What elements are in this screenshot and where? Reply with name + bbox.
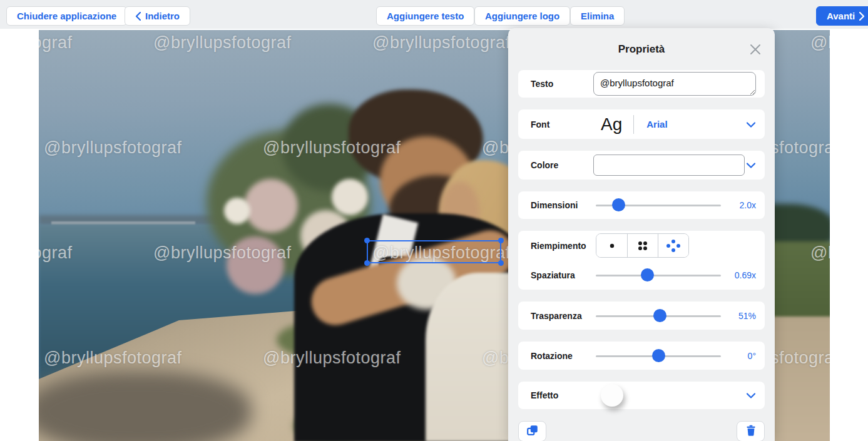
close-application-label: Chiudere applicazione — [17, 11, 116, 21]
back-button[interactable]: Indietro — [125, 6, 190, 26]
add-logo-label: Aggiungere logo — [485, 11, 559, 21]
add-text-button[interactable]: Aggiungere testo — [376, 6, 474, 26]
selection-handle[interactable] — [364, 260, 370, 266]
transparency-slider[interactable] — [596, 309, 721, 323]
selection-handle[interactable] — [364, 238, 370, 243]
watermark-text[interactable]: @bryllupsfotograf — [372, 32, 511, 53]
chevron-right-icon — [859, 12, 865, 21]
top-toolbar: Chiudere applicazione Indietro Aggiunger… — [0, 0, 868, 29]
text-label: Testo — [531, 79, 593, 89]
fill-label: Riempimento — [531, 241, 593, 251]
selection-handle[interactable] — [498, 238, 504, 243]
size-label: Dimensioni — [531, 200, 593, 210]
panel-footer — [518, 421, 765, 441]
transparency-slider-thumb[interactable] — [653, 309, 666, 322]
spacing-slider-thumb[interactable] — [641, 268, 654, 281]
duplicate-icon — [526, 423, 539, 440]
watermark-text-input[interactable] — [593, 72, 756, 96]
spacing-row: Spaziatura 0.69x — [518, 260, 765, 290]
fill-option-single-dot[interactable] — [596, 234, 627, 257]
watermark-text[interactable]: @bryllupsfotograf — [263, 137, 401, 158]
size-slider-thumb[interactable] — [612, 198, 625, 211]
font-name: Arial — [646, 119, 667, 129]
fill-option-grid-dots[interactable] — [627, 234, 658, 257]
fill-row: Riempimento — [518, 231, 765, 260]
fill-spacing-card: Riempimento — [518, 231, 765, 290]
divider — [633, 115, 634, 134]
text-row: Testo — [518, 70, 765, 98]
fill-pattern-group — [596, 233, 689, 258]
duplicate-button[interactable] — [518, 421, 546, 441]
delete-button[interactable]: Elimina — [570, 6, 625, 26]
panel-header: Proprietà — [508, 28, 775, 70]
fill-option-scatter-dots[interactable] — [658, 234, 688, 257]
chevron-down-icon[interactable] — [746, 390, 756, 401]
size-value: 2.0x — [728, 200, 756, 210]
slider-track[interactable] — [596, 275, 721, 276]
chevron-down-icon[interactable] — [746, 160, 756, 171]
effect-row[interactable]: Effetto — [518, 382, 765, 409]
watermark-text[interactable]: @bryllupsfotograf — [44, 347, 182, 368]
watermark-text[interactable]: @bryllupsfotograf — [39, 32, 73, 53]
rotation-value: 0° — [728, 351, 756, 361]
back-label: Indietro — [145, 11, 180, 21]
trash-icon — [745, 424, 757, 439]
watermark-text[interactable]: @bryllupsfotograf — [263, 347, 401, 368]
transparency-row: Trasparenza 51% — [518, 302, 765, 330]
rotation-slider[interactable] — [596, 349, 721, 363]
add-text-label: Aggiungere testo — [387, 11, 464, 21]
color-row[interactable]: Colore — [518, 151, 765, 180]
color-input[interactable] — [593, 155, 745, 176]
size-row: Dimensioni 2.0x — [518, 191, 765, 219]
chevron-down-icon[interactable] — [746, 119, 756, 130]
add-logo-button[interactable]: Aggiungere logo — [474, 6, 570, 26]
watermark-text[interactable]: @bryllupsfotograf — [810, 242, 830, 263]
panel-title: Proprietà — [508, 43, 775, 56]
close-application-button[interactable]: Chiudere applicazione — [6, 6, 127, 26]
spacing-slider[interactable] — [596, 268, 721, 282]
watermark-text[interactable]: @bryllupsfotograf — [39, 242, 73, 263]
transparency-label: Trasparenza — [531, 311, 593, 321]
watermark-text[interactable]: @bryllupsfotograf — [810, 32, 830, 53]
watermark-selection-box[interactable] — [367, 240, 501, 263]
watermark-text[interactable]: @bryllupsfotograf — [44, 137, 182, 158]
trash-button[interactable] — [737, 421, 765, 441]
next-button[interactable]: Avanti — [816, 6, 868, 26]
watermark-text[interactable]: @bryllupsfotograf — [153, 242, 292, 263]
font-preview: Ag — [601, 114, 622, 134]
spacing-value: 0.69x — [728, 270, 756, 280]
watermark-text[interactable]: @bryllupsfotograf — [153, 32, 292, 53]
effect-label: Effetto — [531, 390, 593, 400]
properties-panel: Proprietà Testo Font Ag Arial Colore Dim… — [508, 28, 775, 441]
rotation-slider-thumb[interactable] — [652, 349, 665, 362]
rotation-row: Rotazione 0° — [518, 342, 765, 370]
size-slider[interactable] — [596, 198, 721, 212]
next-label: Avanti — [827, 11, 855, 21]
spacing-label: Spaziatura — [531, 270, 593, 280]
close-icon[interactable] — [748, 43, 762, 56]
effect-preview-swatch[interactable] — [601, 384, 623, 407]
chevron-left-icon — [135, 12, 141, 21]
font-row[interactable]: Font Ag Arial — [518, 109, 765, 139]
rotation-label: Rotazione — [531, 351, 593, 361]
selection-handle[interactable] — [498, 260, 504, 266]
font-label: Font — [531, 119, 593, 129]
transparency-value: 51% — [728, 311, 756, 321]
delete-label: Elimina — [581, 11, 614, 21]
color-label: Colore — [531, 160, 593, 170]
